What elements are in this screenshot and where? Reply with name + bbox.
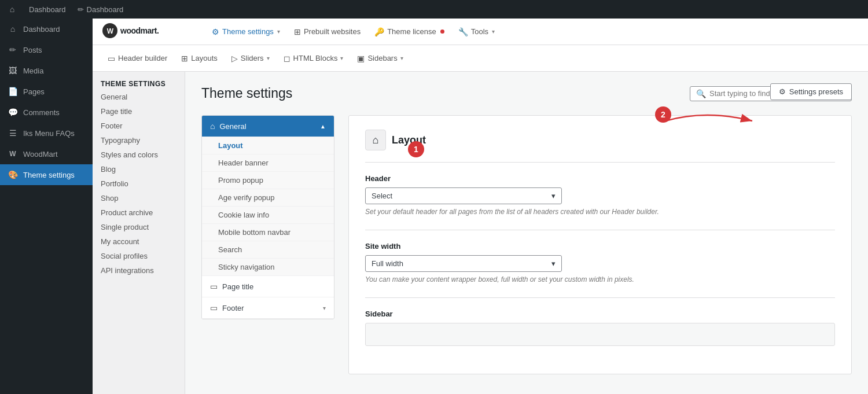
field-site-width-label: Site width xyxy=(365,242,835,251)
sections-nav-sub-age-verify[interactable]: Age verify popup xyxy=(202,189,334,207)
sidebar-item-posts[interactable]: ✏ Posts xyxy=(0,39,93,60)
theme-license-dot xyxy=(440,30,444,34)
layouts-icon: ⊞ xyxy=(181,54,188,63)
theme-license-nav-icon: 🔑 xyxy=(374,27,384,36)
sections-nav-general[interactable]: ⌂ General ▲ xyxy=(202,116,334,137)
sections-nav-sub-search[interactable]: Search xyxy=(202,241,334,259)
sidebar-item-comments[interactable]: 💬 Comments xyxy=(0,102,93,123)
sidebar-item-dashboard-label: Dashboard xyxy=(23,25,60,34)
sections-nav-sub-header-banner[interactable]: Header banner xyxy=(202,154,334,172)
sub-sidebar-link-my-account[interactable]: My account xyxy=(93,234,185,249)
sidebar-item-pages[interactable]: 📄 Pages xyxy=(0,81,93,102)
settings-presets-button[interactable]: ⚙ Settings presets xyxy=(770,83,852,100)
sub-sidebar-link-general[interactable]: General xyxy=(93,90,185,104)
top-nav-theme-settings[interactable]: ⚙ Theme settings ▾ xyxy=(206,24,286,40)
sub-sidebar-link-page-title[interactable]: Page title xyxy=(93,104,185,119)
sidebars-icon: ▣ xyxy=(357,54,365,63)
top-nav-prebuilt-label: Prebuilt websites xyxy=(304,27,361,36)
admin-bar-posts[interactable]: ✏ Dashboard xyxy=(78,5,124,14)
sidebar-item-woodmart[interactable]: W WoodMart xyxy=(0,143,93,164)
secondary-nav-sliders-label: Sliders xyxy=(241,54,264,62)
page-header: Theme settings 🔍 xyxy=(201,86,852,101)
sections-nav-footer-inner: ▭ Footer xyxy=(210,303,244,312)
sub-sidebar-link-typography[interactable]: Typography xyxy=(93,133,185,148)
sections-nav-general-inner: ⌂ General xyxy=(210,121,247,131)
sections-nav-footer-label: Footer xyxy=(222,304,244,312)
sections-nav-sub-promo-popup[interactable]: Promo popup xyxy=(202,172,334,189)
sections-main: ⌂ Layout Header Select ▾ Set your defaul… xyxy=(348,115,852,374)
top-nav: W woodmart. ⚙ Theme settings ▾ ⊞ Prebuil… xyxy=(93,19,868,45)
secondary-nav-layouts[interactable]: ⊞ Layouts xyxy=(175,50,223,67)
sidebar-item-comments-label: Comments xyxy=(23,108,60,117)
admin-bar: ⌂ Dashboard ✏ Dashboard xyxy=(0,0,868,19)
sliders-icon: ▷ xyxy=(231,54,238,63)
sidebar-item-media[interactable]: 🖼 Media xyxy=(0,60,93,81)
prebuilt-nav-icon: ⊞ xyxy=(294,27,301,36)
settings-presets-area: ⚙ Settings presets xyxy=(770,83,852,100)
field-site-width-hint: You can make your content wrapper boxed,… xyxy=(365,275,835,283)
tools-nav-icon: 🔧 xyxy=(458,27,468,36)
sections-nav-sub-sticky-nav[interactable]: Sticky navigation xyxy=(202,259,334,276)
page-title: Theme settings xyxy=(201,86,292,101)
field-header-select-value: Select xyxy=(372,192,392,200)
sidebar-item-media-label: Media xyxy=(23,67,43,75)
sub-sidebar-link-shop[interactable]: Shop xyxy=(93,191,185,205)
sub-sidebar-section-header: Theme settings xyxy=(93,75,185,90)
top-nav-tools[interactable]: 🔧 Tools ▾ xyxy=(453,24,501,40)
sub-sidebar-link-footer[interactable]: Footer xyxy=(93,119,185,133)
sidebar-item-iks-menu[interactable]: ☰ Iks Menu FAQs xyxy=(0,123,93,143)
sub-sidebar-link-single-product[interactable]: Single product xyxy=(93,220,185,234)
field-site-width-select-chevron: ▾ xyxy=(551,259,556,268)
sections-nav-general-sub: Layout Header banner Promo popup Age ver… xyxy=(202,137,334,276)
field-header-select[interactable]: Select ▾ xyxy=(365,187,562,204)
iks-menu-icon: ☰ xyxy=(7,127,19,139)
dashboard-icon: ⌂ xyxy=(7,23,19,35)
top-nav-tools-label: Tools xyxy=(471,27,488,36)
secondary-nav-header-builder[interactable]: ▭ Header builder xyxy=(102,50,173,67)
admin-bar-dashboard[interactable]: Dashboard xyxy=(29,5,66,14)
secondary-nav-header-builder-label: Header builder xyxy=(118,54,167,62)
sub-sidebar-link-api-integrations[interactable]: API integrations xyxy=(93,263,185,278)
sub-sidebar-link-portfolio[interactable]: Portfolio xyxy=(93,176,185,191)
settings-presets-label: Settings presets xyxy=(789,87,843,96)
secondary-nav-layouts-label: Layouts xyxy=(191,54,218,62)
left-sidebar: ⌂ Dashboard ✏ Posts 🖼 Media 📄 Pages 💬 Co… xyxy=(0,19,93,394)
sections-nav-sub-layout[interactable]: Layout xyxy=(202,137,334,154)
field-header-select-chevron: ▾ xyxy=(551,192,556,200)
settings-presets-icon: ⚙ xyxy=(779,87,786,96)
secondary-nav-html-blocks[interactable]: ◻ HTML Blocks ▾ xyxy=(278,50,350,67)
secondary-nav-sidebars[interactable]: ▣ Sidebars ▾ xyxy=(351,50,409,67)
sidebar-item-theme-settings[interactable]: 🎨 Theme settings xyxy=(0,164,93,185)
top-nav-theme-license[interactable]: 🔑 Theme license xyxy=(369,24,450,40)
top-nav-prebuilt[interactable]: ⊞ Prebuilt websites xyxy=(288,24,366,40)
sidebar-item-pages-label: Pages xyxy=(23,87,45,96)
footer-nav-chevron-icon: ▾ xyxy=(323,305,326,311)
field-site-width-select[interactable]: Full width ▾ xyxy=(365,255,562,272)
sub-sidebar-link-blog[interactable]: Blog xyxy=(93,162,185,176)
header-builder-icon: ▭ xyxy=(108,54,115,63)
field-site-width-select-value: Full width xyxy=(372,259,403,268)
sections-nav-page-title-label: Page title xyxy=(222,282,253,291)
woodmart-icon: W xyxy=(7,148,19,160)
admin-bar-wp[interactable]: ⌂ xyxy=(7,4,17,14)
top-nav-theme-license-label: Theme license xyxy=(387,27,436,36)
secondary-nav-sliders[interactable]: ▷ Sliders ▾ xyxy=(226,50,275,67)
divider-1 xyxy=(365,162,835,163)
admin-bar-posts-label: Dashboard xyxy=(87,5,124,14)
sub-sidebar-link-social-profiles[interactable]: Social profiles xyxy=(93,249,185,263)
sidebar-item-dashboard[interactable]: ⌂ Dashboard xyxy=(0,19,93,39)
sections-nav: 1 ⌂ General ▲ xyxy=(201,115,334,374)
section-heading-icon: ⌂ xyxy=(365,130,386,150)
field-site-width: Site width Full width ▾ You can make you… xyxy=(365,242,835,283)
sections-nav-footer[interactable]: ▭ Footer ▾ xyxy=(202,297,334,319)
theme-settings-chevron-icon: ▾ xyxy=(277,28,280,35)
sections-nav-sub-cookie-law[interactable]: Cookie law info xyxy=(202,207,334,224)
sections-nav-sub-mobile-navbar[interactable]: Mobile bottom navbar xyxy=(202,224,334,241)
sub-sidebar-link-styles-colors[interactable]: Styles and colors xyxy=(93,148,185,162)
sidebar-item-posts-label: Posts xyxy=(23,46,42,54)
sub-sidebar-link-product-archive[interactable]: Product archive xyxy=(93,205,185,220)
field-header: Header Select ▾ Set your default header … xyxy=(365,174,835,216)
sections-nav-page-title[interactable]: ▭ Page title xyxy=(202,276,334,297)
footer-nav-icon: ▭ xyxy=(210,303,218,312)
sidebar-item-iks-menu-label: Iks Menu FAQs xyxy=(23,129,75,138)
